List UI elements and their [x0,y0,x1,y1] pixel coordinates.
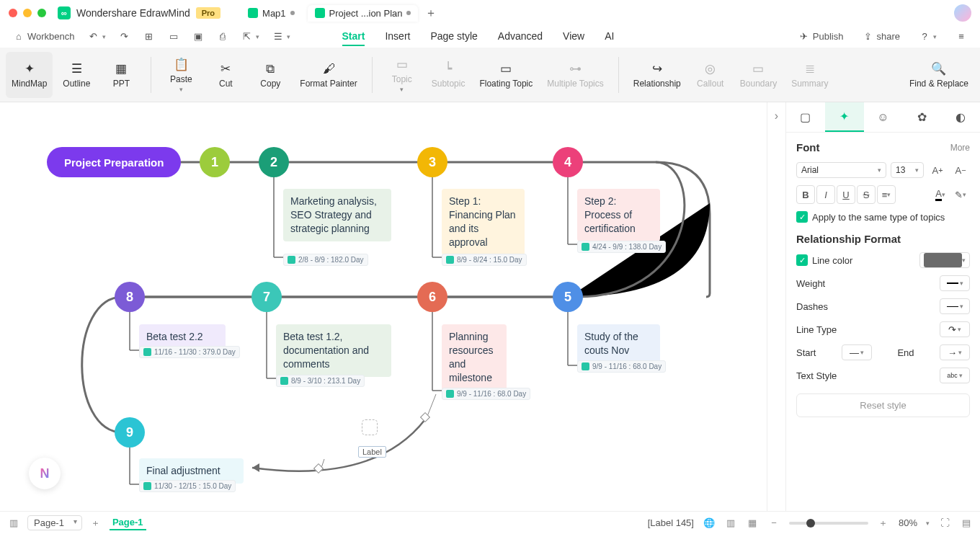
list-button[interactable]: ☰▾ [268,30,295,44]
task-9: 11/30 - 12/15 : 15.0 Day [139,480,236,492]
node-7[interactable]: 7 [251,282,282,312]
share-button[interactable]: ⇪share [858,30,904,44]
zoom-slider[interactable] [789,522,868,525]
outline-mode-button[interactable]: ☰Outline [55,52,97,98]
font-increase-button[interactable]: A+ [928,161,947,179]
canvas[interactable]: Project Preparation 1 2 3 4 5 6 7 8 9 Ma… [0,102,767,511]
ppt-mode-button[interactable]: ▦PPT [100,52,142,98]
node-2[interactable]: 2 [259,147,289,177]
find-replace-button[interactable]: 🔍Find & Replace [904,52,974,98]
format-painter-button[interactable]: 🖌Format Painter [294,52,362,98]
undo-icon: ↶ [88,31,99,43]
zoom-out-button[interactable]: − [767,517,780,530]
workbench-button[interactable]: ⌂ Workbench [9,30,79,44]
menu-start[interactable]: Start [342,27,365,46]
pages-panel-button[interactable]: ▥ [7,517,20,530]
collapse-panel-button[interactable]: › [767,102,785,511]
reset-style-button[interactable]: Reset style [796,393,970,417]
file-tab-project-plan[interactable]: Project ...ion Plan [308,5,419,22]
copy-button[interactable]: ⧉Copy [249,52,291,98]
line-color-dropdown[interactable]: ▾ [919,252,970,268]
panel-tab-history[interactable]: ◐ [941,102,980,132]
file-tab-map1[interactable]: Map1 [241,5,302,22]
text-style-dropdown[interactable]: abc▾ [940,368,970,383]
note-7[interactable]: Beta test 1.2, documentation and comment… [276,324,391,377]
menu-view[interactable]: View [563,27,584,46]
font-decrease-button[interactable]: A− [951,161,970,179]
apply-same-type-checkbox[interactable]: ✓ Apply to the same type of topics [796,211,970,223]
font-more-button[interactable]: More [950,143,970,153]
strike-button[interactable]: S [857,185,876,204]
menu-ai[interactable]: AI [605,27,614,46]
fullscreen-icon[interactable]: ⛶ [938,517,951,530]
minimize-window-icon[interactable] [23,9,32,17]
avatar[interactable] [954,4,971,22]
root-node[interactable]: Project Preparation [47,147,181,177]
redo-button[interactable]: ↷ [115,30,135,44]
save-button[interactable]: ▣ [188,30,208,44]
menu-button[interactable]: ≡ [951,30,971,44]
menu-insert[interactable]: Insert [385,27,410,46]
new-file-button[interactable]: ⊞ [139,30,159,44]
align-button[interactable]: ≡▾ [877,185,896,204]
node-5[interactable]: 5 [553,282,583,312]
mindmap-mode-button[interactable]: ✦MindMap [6,52,53,98]
bold-button[interactable]: B [796,185,815,204]
cut-button[interactable]: ✂Cut [205,52,246,98]
zoom-in-button[interactable]: ＋ [877,517,890,530]
panel-tab-style[interactable]: ✦ [825,102,864,132]
node-9[interactable]: 9 [115,417,145,448]
undo-button[interactable]: ↶▾ [84,30,110,44]
summary-button: ≣Summary [785,52,834,98]
active-page-tab[interactable]: Page-1 [110,515,146,530]
dashes-dropdown[interactable]: ▾ [940,298,970,314]
fit-view-icon[interactable]: ▦ [746,517,759,530]
node-8[interactable]: 8 [115,282,145,312]
task-icon [143,348,151,356]
highlight-button[interactable]: ✎▾ [951,185,970,204]
weight-dropdown[interactable]: ▾ [940,275,970,291]
paste-button[interactable]: 📋Paste▾ [160,52,202,98]
maximize-window-icon[interactable] [37,9,46,17]
panel-tab-theme[interactable]: ✿ [902,102,941,132]
export-button[interactable]: ⇱▾ [237,30,264,44]
new-tab-button[interactable]: ＋ [424,6,438,20]
note-5[interactable]: Study of the couts Nov [577,324,660,363]
node-1[interactable]: 1 [200,147,230,177]
arrow-start-dropdown[interactable]: —▾ [842,344,872,360]
underline-button[interactable]: U [837,185,855,204]
font-color-button[interactable]: A▾ [931,185,950,204]
relationship-label[interactable]: Label [358,446,386,458]
note-6[interactable]: Planning resources and milestone [442,324,507,391]
menu-advanced[interactable]: Advanced [498,27,543,46]
note-2[interactable]: Marketing analysis, SEO Strategy and str… [283,189,391,241]
print-button[interactable]: ⎙ [213,30,233,44]
open-file-button[interactable]: ▭ [164,30,184,44]
page-select-dropdown[interactable]: Page-1 [27,515,82,530]
node-4[interactable]: 4 [553,147,583,177]
help-button[interactable]: ?▾ [914,30,941,44]
font-family-dropdown[interactable]: Arial▾ [796,162,886,178]
note-3[interactable]: Step 1: Financing Plan and its approval [442,189,525,255]
close-window-icon[interactable] [9,9,17,17]
node-6[interactable]: 6 [417,282,447,312]
split-view-icon[interactable]: ▥ [724,517,737,530]
floating-topic-button[interactable]: ▭Floating Topic [473,52,538,98]
node-3[interactable]: 3 [417,147,447,177]
line-type-dropdown[interactable]: ↷▾ [940,321,970,337]
window-controls [9,9,46,17]
arrow-end-dropdown[interactable]: →▾ [940,344,970,360]
mindmap-icon: ✦ [22,61,37,77]
font-size-dropdown[interactable]: 13▾ [891,162,924,178]
relationship-button[interactable]: ↪Relationship [628,52,687,98]
globe-icon[interactable]: 🌐 [703,517,716,530]
publish-button[interactable]: ✈Publish [794,30,848,44]
note-4[interactable]: Step 2: Process of certification [577,189,660,241]
collapse-statusbar-icon[interactable]: ▤ [960,517,973,530]
line-color-label: Line color [812,255,852,266]
menu-page-style[interactable]: Page style [430,27,477,46]
panel-tab-shape[interactable]: ▢ [786,102,825,132]
add-page-button[interactable]: ＋ [89,517,102,530]
panel-tab-icon[interactable]: ☺ [864,102,903,132]
italic-button[interactable]: I [816,185,835,204]
